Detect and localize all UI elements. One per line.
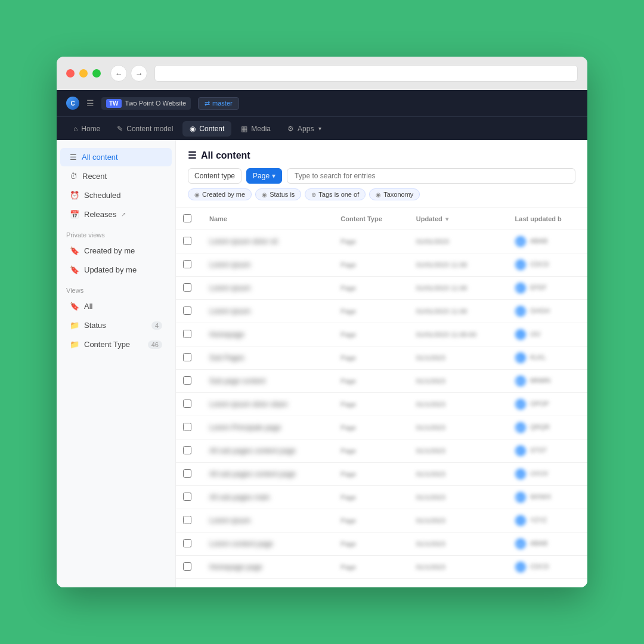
- brand-logo: C: [66, 97, 79, 110]
- sidebar-item-status[interactable]: 📁 Status 4: [60, 316, 172, 335]
- table-row: Lorem ipsum Page 01/01/2023 11:00 GH GHG…: [176, 300, 587, 323]
- search-input[interactable]: [287, 168, 575, 184]
- back-button[interactable]: ←: [110, 65, 127, 82]
- table-row: All sub pages content page Page 01/1/202…: [176, 463, 587, 486]
- row-name-10[interactable]: All sub pages content page: [200, 463, 331, 486]
- row-name-6[interactable]: Sub page content: [200, 370, 331, 393]
- sidebar-item-releases[interactable]: 📅 Releases ↗: [60, 205, 172, 224]
- row-type-6: Page: [331, 370, 406, 393]
- filter-tag-created-by-me[interactable]: ◉ Created by me: [188, 188, 252, 200]
- sidebar-item-created-by-me[interactable]: 🔖 Created by me: [60, 242, 172, 260]
- row-name-12[interactable]: Lorem ipsum: [200, 509, 331, 532]
- nav-item-apps[interactable]: ⚙ Apps ▾: [280, 121, 329, 137]
- sidebar-content-type-label: Content Type: [84, 340, 130, 349]
- row-checkbox-3[interactable]: [183, 306, 191, 315]
- filter-tag-label-3: Tags is one of: [318, 191, 359, 198]
- row-checkbox-0[interactable]: [183, 237, 191, 245]
- sidebar-item-scheduled[interactable]: ⏰ Scheduled: [60, 186, 172, 205]
- row-user-2: EF EFEF: [506, 277, 587, 300]
- row-type-5: Page: [331, 346, 406, 370]
- sidebar-item-all-content[interactable]: ☰ All content: [60, 148, 172, 166]
- chevron-down-icon: ▾: [318, 125, 321, 132]
- row-checkbox-10[interactable]: [183, 469, 191, 478]
- folder-icon-1: 📁: [70, 321, 79, 330]
- row-updated-10: 01/1/2023: [407, 463, 506, 486]
- nav-item-media[interactable]: ▦ Media: [234, 121, 278, 137]
- row-name-7[interactable]: Lorem ipsum dolor sitam: [200, 393, 331, 416]
- hamburger-icon[interactable]: ☰: [86, 98, 94, 108]
- sidebar-releases-label: Releases: [84, 210, 116, 219]
- sidebar-item-all[interactable]: 🔖 All: [60, 297, 172, 315]
- table-row: Homepage page Page 01/1/2023 CD CDCD: [176, 556, 587, 579]
- nav-item-home[interactable]: ⌂ Home: [66, 121, 107, 137]
- row-updated-11: 01/1/2023: [407, 486, 506, 509]
- filter-tag-label-4: Taxonomy: [383, 191, 413, 198]
- row-user-4: IJ IJIJ: [506, 323, 587, 346]
- forward-button[interactable]: →: [131, 65, 147, 82]
- row-name-13[interactable]: Lorem content page: [200, 532, 331, 556]
- table-row: Lorem content page Page 01/1/2023 AB ABA…: [176, 532, 587, 556]
- row-checkbox-11[interactable]: [183, 493, 191, 501]
- row-updated-1: 01/01/2023 11:00: [407, 253, 506, 277]
- row-checkbox-12[interactable]: [183, 516, 191, 524]
- content-type-filter-button[interactable]: Content type: [188, 168, 242, 184]
- row-checkbox-1[interactable]: [183, 260, 191, 268]
- sidebar: ☰ All content ⏱ Recent ⏰ Scheduled 📅 Rel…: [57, 140, 176, 587]
- row-type-13: Page: [331, 532, 406, 556]
- filter-tag-taxonomy[interactable]: ◉ Taxonomy: [369, 188, 420, 200]
- row-user-10: UV UVUV: [506, 463, 587, 486]
- row-updated-5: 01/1/2023: [407, 346, 506, 370]
- row-name-14[interactable]: Homepage page: [200, 556, 331, 579]
- row-checkbox-4[interactable]: [183, 330, 191, 338]
- sidebar-item-recent[interactable]: ⏱ Recent: [60, 167, 172, 185]
- sidebar-item-updated-by-me[interactable]: 🔖 Updated by me: [60, 261, 172, 279]
- filter-tag-tags-is-one-of[interactable]: ⊕ Tags is one of: [305, 188, 366, 200]
- row-name-1[interactable]: Lorem ipsum: [200, 253, 331, 277]
- address-bar[interactable]: [154, 65, 578, 82]
- filter-tag-status-is[interactable]: ◉ Status is: [255, 188, 301, 200]
- row-name-4[interactable]: Homepage: [200, 323, 331, 346]
- row-name-9[interactable]: All sub pages content page: [200, 439, 331, 463]
- row-checkbox-8[interactable]: [183, 423, 191, 431]
- filter-tag-label-2: Status is: [270, 191, 295, 198]
- bookmark-icon-3: 🔖: [70, 302, 79, 311]
- nav-item-content[interactable]: ◉ Content: [182, 121, 231, 137]
- row-type-12: Page: [331, 509, 406, 532]
- row-name-8[interactable]: Lorem Principale page: [200, 416, 331, 439]
- table-row: Lorem ipsum dolor sitam Page 01/1/2023 O…: [176, 393, 587, 416]
- row-name-0[interactable]: Lorem ipsum dolor sit: [200, 230, 331, 253]
- row-type-0: Page: [331, 230, 406, 253]
- row-checkbox-2[interactable]: [183, 283, 191, 292]
- col-header-content-type: Content Type: [331, 208, 406, 230]
- row-updated-14: 01/1/2023: [407, 556, 506, 579]
- col-header-updated[interactable]: Updated ▾: [407, 208, 506, 230]
- row-name-5[interactable]: Sub Pages: [200, 346, 331, 370]
- branch-badge[interactable]: ⇄ master: [198, 97, 239, 110]
- row-checkbox-13[interactable]: [183, 539, 191, 547]
- external-link-icon: ↗: [121, 211, 126, 218]
- select-all-checkbox[interactable]: [183, 214, 191, 222]
- apps-icon: ⚙: [287, 125, 294, 133]
- page-filter-button[interactable]: Page ▾: [246, 168, 282, 184]
- filter-tag-icon-1: ◉: [194, 191, 200, 198]
- workspace-badge[interactable]: TW Two Point O Website: [101, 97, 191, 110]
- row-name-2[interactable]: Lorem ipsum: [200, 277, 331, 300]
- row-checkbox-7[interactable]: [183, 400, 191, 408]
- row-checkbox-14[interactable]: [183, 562, 191, 571]
- row-name-11[interactable]: All sub pages main: [200, 486, 331, 509]
- row-checkbox-6[interactable]: [183, 376, 191, 385]
- table-row: All sub pages content page Page 01/1/202…: [176, 439, 587, 463]
- close-button[interactable]: [66, 69, 75, 78]
- row-updated-7: 01/1/2023: [407, 393, 506, 416]
- top-nav: C ☰ TW Two Point O Website ⇄ master: [57, 90, 587, 116]
- page-filter-label: Page: [253, 172, 270, 180]
- row-checkbox-5[interactable]: [183, 353, 191, 361]
- maximize-button[interactable]: [92, 69, 101, 78]
- row-name-3[interactable]: Lorem ipsum: [200, 300, 331, 323]
- row-checkbox-9[interactable]: [183, 446, 191, 454]
- filter-tag-icon-4: ◉: [376, 191, 381, 198]
- filter-tags: ◉ Created by me ◉ Status is ⊕ Tags is on…: [188, 188, 575, 200]
- sidebar-item-content-type[interactable]: 📁 Content Type 46: [60, 335, 172, 354]
- minimize-button[interactable]: [79, 69, 88, 78]
- nav-item-content-model[interactable]: ✎ Content model: [110, 121, 180, 137]
